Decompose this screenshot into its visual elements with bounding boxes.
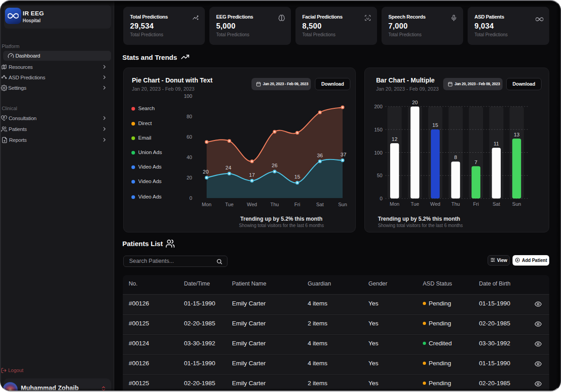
svg-text:60: 60 <box>187 134 192 140</box>
svg-text:20: 20 <box>412 100 418 105</box>
svg-text:Mon: Mon <box>202 202 211 207</box>
svg-text:11: 11 <box>493 141 499 146</box>
svg-text:100: 100 <box>374 150 382 155</box>
svg-text:Mon: Mon <box>390 201 399 207</box>
svg-text:Sat: Sat <box>493 201 500 207</box>
svg-text:20: 20 <box>187 175 192 180</box>
svg-text:37: 37 <box>341 152 347 157</box>
svg-text:26: 26 <box>272 163 278 168</box>
svg-text:7: 7 <box>474 160 477 165</box>
svg-text:8: 8 <box>454 155 457 160</box>
svg-text:Tue: Tue <box>411 201 419 207</box>
svg-text:40: 40 <box>187 155 192 160</box>
svg-text:Thu: Thu <box>271 202 279 207</box>
svg-text:80: 80 <box>187 114 192 119</box>
svg-text:36: 36 <box>317 153 323 158</box>
svg-text:Fri: Fri <box>473 201 479 207</box>
svg-text:100: 100 <box>184 93 192 99</box>
svg-text:20: 20 <box>203 169 209 174</box>
svg-text:Sun: Sun <box>338 202 347 207</box>
svg-text:Fri: Fri <box>295 202 300 207</box>
svg-text:13: 13 <box>514 132 520 137</box>
svg-text:Sat: Sat <box>316 202 324 207</box>
svg-text:15: 15 <box>295 174 300 179</box>
svg-text:200: 200 <box>374 104 382 109</box>
svg-text:0: 0 <box>189 195 192 201</box>
svg-text:150: 150 <box>374 127 382 132</box>
svg-text:0: 0 <box>380 196 382 201</box>
svg-text:Wed: Wed <box>247 202 257 207</box>
svg-text:Wed: Wed <box>430 201 440 207</box>
svg-text:12: 12 <box>392 136 397 142</box>
svg-text:50: 50 <box>377 173 382 178</box>
svg-text:Thu: Thu <box>451 201 460 207</box>
svg-text:17: 17 <box>249 172 255 178</box>
svg-text:Tue: Tue <box>225 202 234 207</box>
svg-text:Sun: Sun <box>512 201 521 207</box>
svg-text:24: 24 <box>226 165 232 170</box>
svg-text:15: 15 <box>432 122 438 128</box>
